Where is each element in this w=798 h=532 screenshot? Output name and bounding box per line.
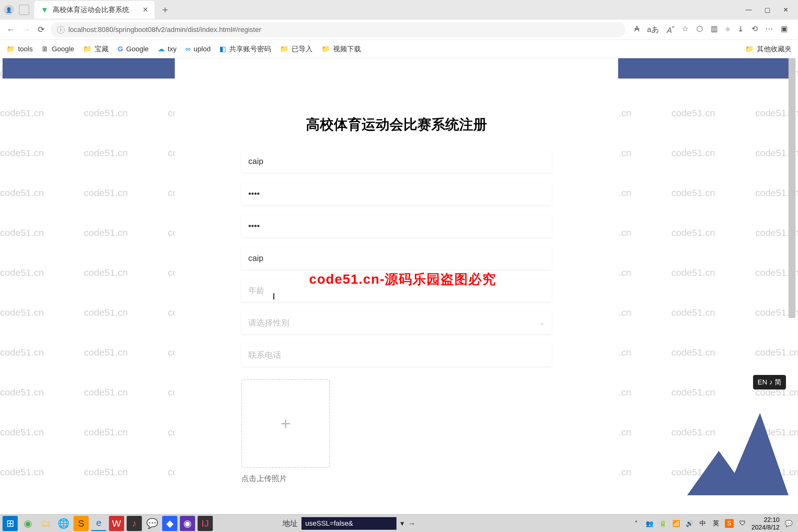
bookmark-video-dl[interactable]: 📁视频下载 <box>321 44 361 54</box>
bookmarks-bar: 📁tools 🗎Google 📁宝藏 GGoogle ☁txy ∞uplod ◧… <box>0 40 798 58</box>
taskbar-app-browser-360[interactable]: ◉ <box>20 516 36 531</box>
chevron-down-icon: ⌄ <box>539 319 545 326</box>
bookmark-share-pwd[interactable]: ◧共享账号密码 <box>220 44 271 54</box>
minimize-button[interactable]: — <box>745 6 752 14</box>
folder-icon: 📁 <box>745 45 754 53</box>
bookmark-tools[interactable]: 📁tools <box>6 45 33 53</box>
bookmark-google[interactable]: GGoogle <box>117 45 149 53</box>
taskbar-app-idea[interactable]: IJ <box>197 516 213 531</box>
close-icon[interactable]: ✕ <box>142 6 148 14</box>
sync-icon[interactable]: ⟲ <box>752 24 758 35</box>
mountain-decoration <box>687 406 788 495</box>
vertical-scrollbar[interactable] <box>788 58 796 318</box>
folder-icon: 📁 <box>280 45 288 53</box>
photo-upload-button[interactable]: + <box>241 379 330 468</box>
bookmark-uplod[interactable]: ∞uplod <box>186 45 211 53</box>
bookmark-google-doc[interactable]: 🗎Google <box>41 45 74 53</box>
favorite-icon[interactable]: ☆ <box>682 24 689 35</box>
url-text: localhost:8080/springboot08fv2/admin/dis… <box>69 26 261 34</box>
address-bar: ← → ⟳ i localhost:8080/springboot08fv2/a… <box>0 20 798 40</box>
tray-sogou-icon[interactable]: S <box>725 519 734 528</box>
tray-volume-icon[interactable]: 🔊 <box>685 519 694 528</box>
taskbar-app-eclipse[interactable]: ◉ <box>180 516 195 531</box>
split-icon[interactable]: ▣ <box>781 24 788 35</box>
nickname-input[interactable] <box>241 247 552 269</box>
taskbar-go-icon[interactable]: → <box>408 519 416 528</box>
gender-select[interactable]: 请选择性别 ⌄ <box>241 311 552 334</box>
windows-taskbar: ⊞ ◉ 🗂 🌐 S e W ♪ 💬 ◆ ◉ IJ 地址 ▾ → ˄ 👥 🔋 📶 … <box>0 514 798 532</box>
taskbar-app-sublime[interactable]: S <box>74 516 89 531</box>
taskbar-app-navicat[interactable]: ◆ <box>162 516 177 531</box>
cloud-icon: ☁ <box>158 45 165 53</box>
bookmark-txy[interactable]: ☁txy <box>158 45 177 53</box>
taskbar-app-wps[interactable]: W <box>109 516 124 531</box>
vue-icon: ▼ <box>40 5 49 15</box>
font-size-icon[interactable]: Aⁿ <box>667 24 674 35</box>
google-icon: G <box>117 45 123 53</box>
collections-icon[interactable]: ▥ <box>710 24 718 35</box>
tray-battery-icon[interactable]: 🔋 <box>658 519 667 528</box>
taskbar-app-chrome[interactable]: 🌐 <box>56 516 71 531</box>
folder-icon: 📁 <box>83 45 92 53</box>
sidebar-icon[interactable]: ⟐ <box>725 24 730 35</box>
language-badge[interactable]: EN ♪ 简 <box>753 375 786 390</box>
tab-title: 高校体育运动会比赛系统 <box>53 5 129 15</box>
bookmark-other[interactable]: 📁其他收藏夹 <box>745 44 792 54</box>
bookmark-imported[interactable]: 📁已导入 <box>280 44 312 54</box>
app-icon: ◧ <box>220 45 226 53</box>
tray-network-icon[interactable]: 📶 <box>672 519 681 528</box>
translate-icon[interactable]: aあ <box>647 24 659 35</box>
upload-label: 点击上传照片 <box>241 473 552 483</box>
taskbar-app-edge[interactable]: e <box>91 516 107 531</box>
forward-button[interactable]: → <box>20 24 32 36</box>
taskbar-dropdown-icon[interactable]: ▾ <box>400 519 404 528</box>
browser-tab[interactable]: ▼ 高校体育运动会比赛系统 ✕ <box>34 1 154 19</box>
page-icon: 🗎 <box>41 45 49 53</box>
window-controls: — ▢ ✕ <box>745 6 798 14</box>
username-input[interactable] <box>241 150 552 173</box>
tab-overview-button[interactable] <box>19 5 29 15</box>
tray-ime-en[interactable]: 英 <box>711 519 720 528</box>
page-title: 高校体育运动会比赛系统注册 <box>175 115 618 134</box>
close-window-button[interactable]: ✕ <box>783 6 788 14</box>
tray-people-icon[interactable]: 👥 <box>645 519 654 528</box>
profile-icon[interactable]: 👤 <box>4 5 14 15</box>
taskbar-clock[interactable]: 22:10 2024/8/12 <box>752 516 780 531</box>
bookmark-treasure[interactable]: 📁宝藏 <box>83 44 109 54</box>
watermark-overlay-text: code51.cn-源码乐园盗图必究 <box>309 270 496 288</box>
folder-icon: 📁 <box>321 45 330 53</box>
text-cursor: I <box>272 291 275 302</box>
phone-input[interactable] <box>241 344 552 366</box>
refresh-button[interactable]: ⟳ <box>36 24 47 36</box>
gender-placeholder: 请选择性别 <box>248 317 289 328</box>
new-tab-button[interactable]: + <box>162 4 168 16</box>
site-info-icon[interactable]: i <box>57 26 64 34</box>
maximize-button[interactable]: ▢ <box>764 6 771 14</box>
start-button[interactable]: ⊞ <box>2 516 18 531</box>
link-icon: ∞ <box>186 45 191 53</box>
more-icon[interactable]: ⋯ <box>765 24 773 35</box>
taskbar-app-music[interactable]: ♪ <box>127 516 142 531</box>
taskbar-address-input[interactable] <box>302 517 397 530</box>
address-label: 地址 <box>283 518 298 529</box>
tray-notifications-icon[interactable]: 💬 <box>784 519 793 528</box>
tray-shield-icon[interactable]: 🛡 <box>738 519 747 528</box>
taskbar-app-wechat[interactable]: 💬 <box>145 516 159 531</box>
register-form: 请选择性别 ⌄ + 点击上传照片 <box>241 150 552 495</box>
password-input[interactable] <box>241 182 552 205</box>
reader-icon[interactable]: A <box>634 24 639 35</box>
taskbar-app-explorer[interactable]: 🗂 <box>38 516 53 531</box>
tray-ime-zh[interactable]: 中 <box>698 519 707 528</box>
url-input[interactable]: i localhost:8080/springboot08fv2/admin/d… <box>51 22 625 37</box>
browser-chrome: 👤 ▼ 高校体育运动会比赛系统 ✕ + — ▢ ✕ ← → ⟳ i localh… <box>0 0 798 58</box>
extensions-icon[interactable]: ⬡ <box>696 24 703 35</box>
page-content: code51.cncode51.cncode51.cncode51.cncode… <box>0 58 798 495</box>
folder-icon: 📁 <box>6 45 15 53</box>
back-button[interactable]: ← <box>5 24 17 36</box>
plus-icon: + <box>281 413 291 434</box>
downloads-icon[interactable]: ⤓ <box>738 24 744 35</box>
tray-chevron-up-icon[interactable]: ˄ <box>632 519 641 528</box>
tab-bar: 👤 ▼ 高校体育运动会比赛系统 ✕ + — ▢ ✕ <box>0 0 798 20</box>
password-confirm-input[interactable] <box>241 214 552 237</box>
